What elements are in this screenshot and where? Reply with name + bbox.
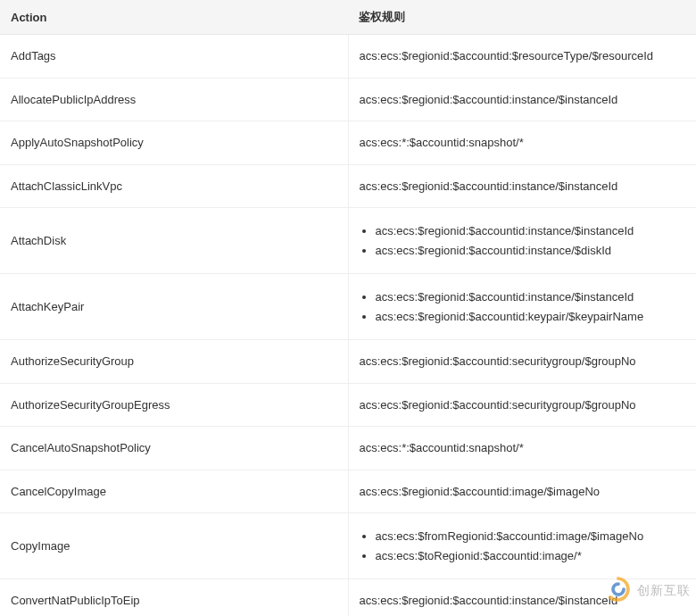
rule-item: acs:ecs:$regionid:$accountid:keypair/$ke… (376, 308, 686, 326)
action-cell: CancelCopyImage (0, 470, 348, 513)
rule-cell: acs:ecs:$regionid:$accountid:securitygro… (348, 340, 696, 384)
rule-list: acs:ecs:$fromRegionid:$accountid:image/$… (360, 528, 686, 564)
rule-item: acs:ecs:$regionid:$accountid:instance/$i… (376, 288, 686, 306)
rule-cell: acs:ecs:$regionid:$accountid:instance/$i… (348, 579, 696, 617)
action-cell: ApplyAutoSnapshotPolicy (0, 121, 348, 165)
rule-cell: acs:ecs:$regionid:$accountid:instance/$i… (348, 274, 696, 340)
rule-cell: acs:ecs:$regionid:$accountid:instance/$i… (348, 78, 696, 121)
action-cell: AddTags (0, 35, 348, 79)
action-cell: ConvertNatPublicIpToEip (0, 579, 348, 617)
action-cell: AttachDisk (0, 208, 348, 274)
table-row: AddTagsacs:ecs:$regionid:$accountid:$res… (0, 35, 696, 79)
rule-cell: acs:ecs:$regionid:$accountid:instance/$i… (348, 164, 696, 208)
rule-cell: acs:ecs:$regionid:$accountid:securitygro… (348, 383, 696, 427)
rule-cell: acs:ecs:$regionid:$accountid:image/$imag… (348, 470, 696, 513)
rule-cell: acs:ecs:*:$accountid:snapshot/* (348, 427, 696, 470)
table-row: AllocatePublicIpAddressacs:ecs:$regionid… (0, 78, 696, 121)
authorization-table: Action 鉴权规则 AddTagsacs:ecs:$regionid:$ac… (0, 0, 696, 616)
table-header-row: Action 鉴权规则 (0, 0, 696, 35)
table-row: AuthorizeSecurityGroupEgressacs:ecs:$reg… (0, 383, 696, 427)
table-row: ApplyAutoSnapshotPolicyacs:ecs:*:$accoun… (0, 121, 696, 165)
rule-list: acs:ecs:$regionid:$accountid:instance/$i… (360, 222, 686, 259)
table-row: CancelAutoSnapshotPolicyacs:ecs:*:$accou… (0, 427, 696, 470)
header-action: Action (0, 0, 348, 35)
action-cell: CopyImage (0, 513, 348, 579)
rule-cell: acs:ecs:$regionid:$accountid:$resourceTy… (348, 35, 696, 79)
action-cell: AuthorizeSecurityGroup (0, 340, 348, 384)
rule-item: acs:ecs:$regionid:$accountid:instance/$d… (376, 242, 686, 260)
table-row: AttachClassicLinkVpcacs:ecs:$regionid:$a… (0, 164, 696, 208)
header-rule: 鉴权规则 (348, 0, 696, 35)
rule-cell: acs:ecs:$fromRegionid:$accountid:image/$… (348, 513, 696, 579)
rule-item: acs:ecs:$regionid:$accountid:instance/$i… (376, 222, 686, 240)
table-row: AttachKeyPairacs:ecs:$regionid:$accounti… (0, 274, 696, 340)
action-cell: AllocatePublicIpAddress (0, 78, 348, 121)
table-row: CancelCopyImageacs:ecs:$regionid:$accoun… (0, 470, 696, 513)
action-cell: CancelAutoSnapshotPolicy (0, 427, 348, 470)
action-cell: AttachKeyPair (0, 274, 348, 340)
action-cell: AttachClassicLinkVpc (0, 164, 348, 208)
action-cell: AuthorizeSecurityGroupEgress (0, 383, 348, 427)
rule-item: acs:ecs:$fromRegionid:$accountid:image/$… (376, 528, 686, 545)
table-row: AttachDiskacs:ecs:$regionid:$accountid:i… (0, 208, 696, 274)
table-row: CopyImageacs:ecs:$fromRegionid:$accounti… (0, 513, 696, 579)
rule-cell: acs:ecs:$regionid:$accountid:instance/$i… (348, 208, 696, 274)
table-row: ConvertNatPublicIpToEipacs:ecs:$regionid… (0, 579, 696, 617)
rule-cell: acs:ecs:*:$accountid:snapshot/* (348, 121, 696, 165)
table-row: AuthorizeSecurityGroupacs:ecs:$regionid:… (0, 340, 696, 384)
rule-list: acs:ecs:$regionid:$accountid:instance/$i… (360, 288, 686, 325)
rule-item: acs:ecs:$toRegionid:$accountid:image/* (376, 547, 686, 565)
